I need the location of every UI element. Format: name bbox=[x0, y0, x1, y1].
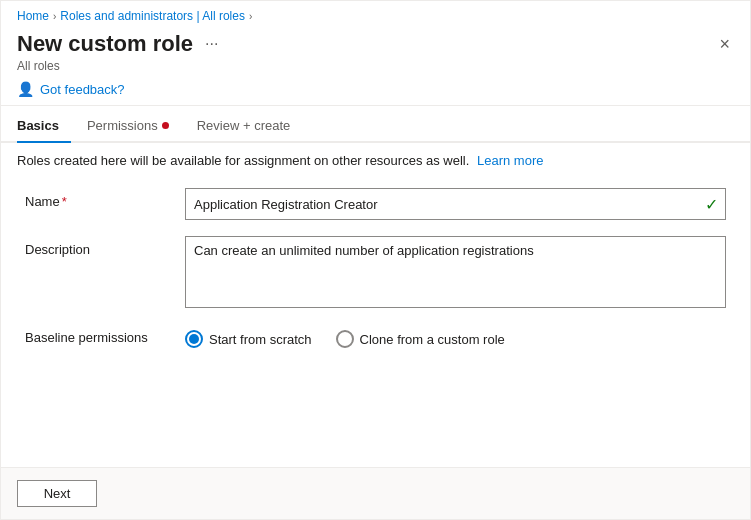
form-area: Name* ✓ Description Can create an unlimi… bbox=[1, 178, 750, 467]
footer: Next bbox=[1, 467, 750, 519]
tabs-bar: Basics Permissions Review + create bbox=[1, 110, 750, 143]
ellipsis-button[interactable]: ··· bbox=[201, 33, 222, 55]
breadcrumb-separator-1: › bbox=[53, 11, 56, 22]
name-label: Name* bbox=[25, 188, 185, 209]
next-button[interactable]: Next bbox=[17, 480, 97, 507]
name-row: Name* ✓ bbox=[25, 188, 726, 220]
subtitle: All roles bbox=[17, 59, 222, 73]
info-text: Roles created here will be available for… bbox=[17, 153, 469, 168]
radio-scratch[interactable]: Start from scratch bbox=[185, 330, 312, 348]
name-input-wrap: ✓ bbox=[185, 188, 726, 220]
header-row: New custom role ··· All roles × bbox=[1, 27, 750, 73]
panel: Home › Roles and administrators | All ro… bbox=[0, 0, 751, 520]
baseline-row: Baseline permissions Start from scratch … bbox=[25, 324, 726, 348]
title-area: New custom role ··· All roles bbox=[17, 31, 222, 73]
info-bar: Roles created here will be available for… bbox=[1, 143, 750, 178]
description-input-wrap: Can create an unlimited number of applic… bbox=[185, 236, 726, 308]
breadcrumb-separator-2: › bbox=[249, 11, 252, 22]
description-label: Description bbox=[25, 236, 185, 257]
page-title: New custom role bbox=[17, 31, 193, 57]
breadcrumb-home[interactable]: Home bbox=[17, 9, 49, 23]
feedback-bar: 👤 Got feedback? bbox=[1, 73, 750, 106]
breadcrumb: Home › Roles and administrators | All ro… bbox=[1, 1, 750, 27]
check-icon: ✓ bbox=[705, 195, 718, 214]
permissions-dot bbox=[162, 122, 169, 129]
required-star: * bbox=[62, 194, 67, 209]
feedback-link[interactable]: Got feedback? bbox=[40, 82, 125, 97]
description-input[interactable]: Can create an unlimited number of applic… bbox=[185, 236, 726, 308]
name-input[interactable] bbox=[185, 188, 726, 220]
radio-clone-label: Clone from a custom role bbox=[360, 332, 505, 347]
radio-scratch-label: Start from scratch bbox=[209, 332, 312, 347]
feedback-icon: 👤 bbox=[17, 81, 34, 97]
tab-review[interactable]: Review + create bbox=[197, 110, 303, 143]
breadcrumb-roles[interactable]: Roles and administrators | All roles bbox=[60, 9, 245, 23]
radio-group: Start from scratch Clone from a custom r… bbox=[185, 324, 726, 348]
baseline-label: Baseline permissions bbox=[25, 324, 185, 345]
radio-clone-circle bbox=[336, 330, 354, 348]
tab-basics[interactable]: Basics bbox=[17, 110, 71, 143]
baseline-options: Start from scratch Clone from a custom r… bbox=[185, 324, 726, 348]
radio-clone[interactable]: Clone from a custom role bbox=[336, 330, 505, 348]
tab-permissions[interactable]: Permissions bbox=[87, 110, 181, 143]
radio-scratch-circle bbox=[185, 330, 203, 348]
title-main: New custom role ··· bbox=[17, 31, 222, 57]
description-row: Description Can create an unlimited numb… bbox=[25, 236, 726, 308]
learn-more-link[interactable]: Learn more bbox=[477, 153, 543, 168]
close-button[interactable]: × bbox=[715, 31, 734, 57]
